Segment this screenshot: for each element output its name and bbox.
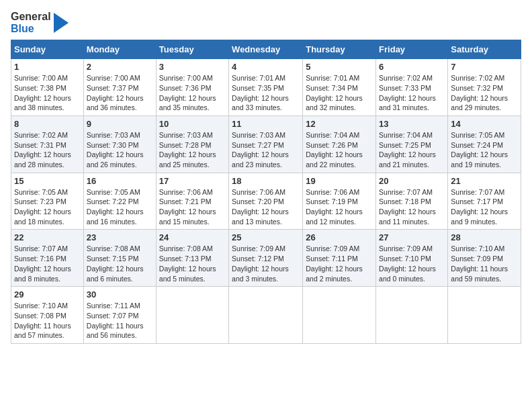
day-info: Sunrise: 7:08 AM Sunset: 7:15 PM Dayligh… [87, 244, 153, 283]
calendar-cell: 25 Sunrise: 7:09 AM Sunset: 7:12 PM Dayl… [229, 230, 303, 287]
day-info: Sunrise: 7:00 AM Sunset: 7:37 PM Dayligh… [87, 73, 153, 113]
day-number: 23 [87, 232, 153, 242]
day-info: Sunrise: 7:00 AM Sunset: 7:36 PM Dayligh… [159, 73, 226, 113]
weekday-header-monday: Monday [83, 40, 156, 59]
calendar-cell: 7 Sunrise: 7:02 AM Sunset: 7:32 PM Dayli… [448, 59, 521, 116]
day-info: Sunrise: 7:02 AM Sunset: 7:33 PM Dayligh… [379, 73, 445, 113]
logo-blue: Blue [11, 23, 51, 35]
calendar-cell: 14 Sunrise: 7:05 AM Sunset: 7:24 PM Dayl… [448, 116, 521, 173]
day-number: 28 [451, 232, 518, 242]
calendar-cell: 6 Sunrise: 7:02 AM Sunset: 7:33 PM Dayli… [376, 59, 448, 116]
day-info: Sunrise: 7:00 AM Sunset: 7:38 PM Dayligh… [14, 73, 81, 113]
day-info: Sunrise: 7:01 AM Sunset: 7:34 PM Dayligh… [306, 73, 373, 113]
day-info: Sunrise: 7:07 AM Sunset: 7:17 PM Dayligh… [451, 187, 518, 227]
day-info: Sunrise: 7:08 AM Sunset: 7:13 PM Dayligh… [159, 244, 226, 283]
calendar-cell: 27 Sunrise: 7:09 AM Sunset: 7:10 PM Dayl… [376, 230, 448, 287]
calendar-cell: 28 Sunrise: 7:10 AM Sunset: 7:09 PM Dayl… [448, 230, 521, 287]
day-number: 13 [379, 119, 445, 129]
calendar-cell: 16 Sunrise: 7:05 AM Sunset: 7:22 PM Dayl… [83, 173, 156, 230]
svg-marker-0 [54, 13, 69, 33]
day-number: 27 [379, 232, 445, 242]
day-info: Sunrise: 7:06 AM Sunset: 7:21 PM Dayligh… [159, 187, 226, 227]
calendar-cell: 5 Sunrise: 7:01 AM Sunset: 7:34 PM Dayli… [303, 59, 376, 116]
weekday-header-tuesday: Tuesday [156, 40, 228, 59]
day-number: 14 [451, 119, 518, 129]
day-number: 29 [14, 289, 81, 300]
day-info: Sunrise: 7:04 AM Sunset: 7:26 PM Dayligh… [306, 130, 373, 170]
day-number: 11 [232, 119, 300, 129]
calendar-cell: 13 Sunrise: 7:04 AM Sunset: 7:25 PM Dayl… [376, 116, 448, 173]
day-number: 5 [306, 62, 373, 72]
weekday-header-wednesday: Wednesday [229, 40, 303, 59]
calendar-cell: 23 Sunrise: 7:08 AM Sunset: 7:15 PM Dayl… [83, 230, 156, 287]
day-number: 20 [379, 176, 445, 186]
day-number: 30 [87, 289, 153, 300]
calendar-cell: 17 Sunrise: 7:06 AM Sunset: 7:21 PM Dayl… [156, 173, 228, 230]
calendar-cell: 20 Sunrise: 7:07 AM Sunset: 7:18 PM Dayl… [376, 173, 448, 230]
calendar-table: SundayMondayTuesdayWednesdayThursdayFrid… [11, 40, 521, 344]
day-number: 3 [159, 62, 226, 72]
day-number: 21 [451, 176, 518, 186]
day-info: Sunrise: 7:09 AM Sunset: 7:12 PM Dayligh… [232, 244, 300, 283]
day-info: Sunrise: 7:05 AM Sunset: 7:24 PM Dayligh… [451, 130, 518, 170]
day-number: 12 [306, 119, 373, 129]
day-number: 22 [14, 232, 81, 242]
day-info: Sunrise: 7:10 AM Sunset: 7:09 PM Dayligh… [451, 244, 518, 283]
logo-arrow-icon [54, 13, 69, 33]
day-number: 7 [451, 62, 518, 72]
calendar-cell: 21 Sunrise: 7:07 AM Sunset: 7:17 PM Dayl… [448, 173, 521, 230]
day-info: Sunrise: 7:05 AM Sunset: 7:22 PM Dayligh… [87, 187, 153, 227]
calendar-cell: 30 Sunrise: 7:11 AM Sunset: 7:07 PM Dayl… [83, 287, 156, 344]
day-number: 16 [87, 176, 153, 186]
weekday-header-friday: Friday [376, 40, 448, 59]
day-number: 9 [87, 119, 153, 129]
calendar-cell: 15 Sunrise: 7:05 AM Sunset: 7:23 PM Dayl… [11, 173, 84, 230]
day-number: 10 [159, 119, 226, 129]
calendar-cell [448, 287, 521, 344]
calendar-cell: 12 Sunrise: 7:04 AM Sunset: 7:26 PM Dayl… [303, 116, 376, 173]
day-info: Sunrise: 7:06 AM Sunset: 7:19 PM Dayligh… [306, 187, 373, 227]
day-number: 1 [14, 62, 81, 72]
day-info: Sunrise: 7:03 AM Sunset: 7:27 PM Dayligh… [232, 130, 300, 170]
calendar-cell: 8 Sunrise: 7:02 AM Sunset: 7:31 PM Dayli… [11, 116, 84, 173]
weekday-header-thursday: Thursday [303, 40, 376, 59]
day-number: 24 [159, 232, 226, 242]
day-info: Sunrise: 7:03 AM Sunset: 7:30 PM Dayligh… [87, 130, 153, 170]
calendar-cell: 19 Sunrise: 7:06 AM Sunset: 7:19 PM Dayl… [303, 173, 376, 230]
calendar-cell: 9 Sunrise: 7:03 AM Sunset: 7:30 PM Dayli… [83, 116, 156, 173]
day-info: Sunrise: 7:02 AM Sunset: 7:31 PM Dayligh… [14, 130, 81, 170]
day-info: Sunrise: 7:03 AM Sunset: 7:28 PM Dayligh… [159, 130, 226, 170]
calendar-cell: 4 Sunrise: 7:01 AM Sunset: 7:35 PM Dayli… [229, 59, 303, 116]
calendar-cell: 26 Sunrise: 7:09 AM Sunset: 7:11 PM Dayl… [303, 230, 376, 287]
calendar-cell: 18 Sunrise: 7:06 AM Sunset: 7:20 PM Dayl… [229, 173, 303, 230]
day-number: 6 [379, 62, 445, 72]
day-number: 2 [87, 62, 153, 72]
day-info: Sunrise: 7:07 AM Sunset: 7:18 PM Dayligh… [379, 187, 445, 227]
calendar-cell [156, 287, 228, 344]
calendar-cell [376, 287, 448, 344]
day-info: Sunrise: 7:11 AM Sunset: 7:07 PM Dayligh… [87, 301, 153, 340]
calendar-cell: 22 Sunrise: 7:07 AM Sunset: 7:16 PM Dayl… [11, 230, 84, 287]
day-number: 25 [232, 232, 300, 242]
calendar-cell: 24 Sunrise: 7:08 AM Sunset: 7:13 PM Dayl… [156, 230, 228, 287]
calendar-cell: 3 Sunrise: 7:00 AM Sunset: 7:36 PM Dayli… [156, 59, 228, 116]
day-number: 4 [232, 62, 300, 72]
page-header: General Blue [11, 11, 521, 34]
day-info: Sunrise: 7:01 AM Sunset: 7:35 PM Dayligh… [232, 73, 300, 113]
day-info: Sunrise: 7:04 AM Sunset: 7:25 PM Dayligh… [379, 130, 445, 170]
day-info: Sunrise: 7:05 AM Sunset: 7:23 PM Dayligh… [14, 187, 81, 227]
day-info: Sunrise: 7:10 AM Sunset: 7:08 PM Dayligh… [14, 301, 81, 340]
day-info: Sunrise: 7:07 AM Sunset: 7:16 PM Dayligh… [14, 244, 81, 283]
day-info: Sunrise: 7:09 AM Sunset: 7:11 PM Dayligh… [306, 244, 373, 283]
calendar-cell [303, 287, 376, 344]
day-number: 8 [14, 119, 81, 129]
calendar-cell: 11 Sunrise: 7:03 AM Sunset: 7:27 PM Dayl… [229, 116, 303, 173]
day-number: 26 [306, 232, 373, 242]
weekday-header-sunday: Sunday [11, 40, 84, 59]
calendar-cell: 1 Sunrise: 7:00 AM Sunset: 7:38 PM Dayli… [11, 59, 84, 116]
day-number: 19 [306, 176, 373, 186]
calendar-cell: 10 Sunrise: 7:03 AM Sunset: 7:28 PM Dayl… [156, 116, 228, 173]
day-number: 18 [232, 176, 300, 186]
day-info: Sunrise: 7:09 AM Sunset: 7:10 PM Dayligh… [379, 244, 445, 283]
day-number: 17 [159, 176, 226, 186]
